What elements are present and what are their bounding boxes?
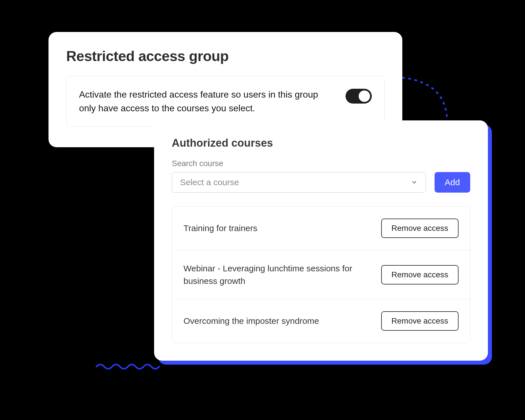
select-course-placeholder: Select a course <box>180 177 239 187</box>
authorized-courses-card: Authorized courses Search course Select … <box>154 120 488 361</box>
course-name: Training for trainers <box>183 222 257 235</box>
select-course-dropdown[interactable]: Select a course <box>172 172 426 193</box>
authorized-courses-title: Authorized courses <box>172 137 470 149</box>
restricted-access-description: Activate the restricted access feature s… <box>79 88 334 115</box>
restricted-access-title: Restricted access group <box>66 48 385 64</box>
decorative-wavy-line <box>96 362 159 371</box>
course-row: Overcoming the imposter syndrome Remove … <box>172 299 470 343</box>
chevron-down-icon <box>411 179 418 186</box>
course-row: Training for trainers Remove access <box>172 207 470 250</box>
add-button[interactable]: Add <box>435 172 470 193</box>
remove-access-button[interactable]: Remove access <box>381 311 459 331</box>
toggle-knob <box>359 90 370 102</box>
restricted-access-toggle[interactable] <box>346 89 372 104</box>
remove-access-button[interactable]: Remove access <box>381 265 459 284</box>
course-name: Webinar - Leveraging lunchtime sessions … <box>183 262 360 287</box>
course-name: Overcoming the imposter syndrome <box>183 315 319 327</box>
restricted-access-row: Activate the restricted access feature s… <box>66 76 385 127</box>
search-course-label: Search course <box>172 159 470 168</box>
course-row: Webinar - Leveraging lunchtime sessions … <box>172 250 470 299</box>
remove-access-button[interactable]: Remove access <box>381 219 459 238</box>
authorized-course-list: Training for trainers Remove access Webi… <box>172 206 470 343</box>
search-row: Select a course Add <box>172 172 470 193</box>
